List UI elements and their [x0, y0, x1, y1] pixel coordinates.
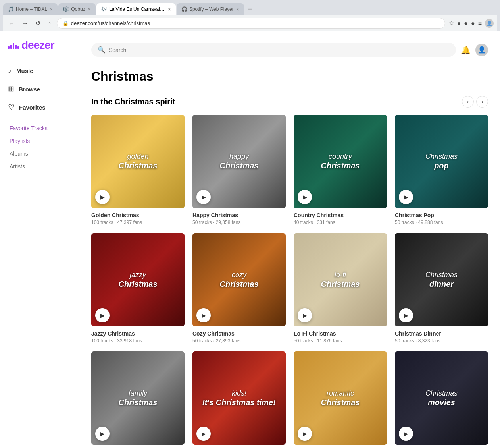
playlist-card-movies[interactable]: Christmas movies ▶ Christmas movies 35 t… [395, 351, 488, 448]
forward-button[interactable]: → [20, 19, 30, 28]
spotify-favicon: 🎧 [181, 6, 187, 12]
playlist-thumb-golden: golden Christmas ▶ [91, 115, 185, 208]
play-button-cozy[interactable]: ▶ [196, 308, 211, 322]
playlist-thumb-movies: Christmas movies ▶ [395, 351, 488, 445]
playlist-thumb-xmas-pop: Christmas pop ▶ [395, 115, 488, 208]
playlist-meta-happy: 50 tracks · 29,858 fans [192, 220, 286, 225]
playlist-card-dinner[interactable]: Christmas dinner ▶ Christmas Dinner 50 t… [395, 233, 488, 344]
playlist-name-jazzy: Jazzy Christmas [91, 330, 185, 337]
tab-bar: 🎵 Home – TIDAL × 🎼 Qobuz × 🎶 La Vida Es … [3, 3, 497, 15]
sidebar-item-music[interactable]: ♪ Music [0, 63, 79, 79]
sidebar-sub-nav: Favorite Tracks Playlists Albums Artists [0, 122, 79, 173]
playlist-card-xmas-pop[interactable]: Christmas pop ▶ Christmas Pop 50 tracks … [395, 115, 488, 225]
tidal-favicon: 🎵 [8, 6, 13, 12]
playlist-thumb-romantic: romantic Christmas ▶ [294, 351, 387, 445]
section-title: In the Christmas spirit [91, 97, 175, 106]
playlist-name-happy: Happy Christmas [192, 212, 286, 218]
home-button[interactable]: ⌂ [46, 19, 54, 28]
sidebar-item-albums[interactable]: Albums [0, 147, 79, 160]
playlist-name-lofi: Lo-Fi Christmas [294, 330, 387, 337]
playlist-meta-country: 40 tracks · 331 fans [294, 220, 387, 225]
playlist-card-golden[interactable]: golden Christmas ▶ Golden Christmas 100 … [91, 115, 185, 225]
tab-qobuz[interactable]: 🎼 Qobuz × [58, 3, 96, 15]
qobuz-tab-title: Qobuz [71, 6, 85, 12]
playlist-card-romantic[interactable]: romantic Christmas ▶ Romantic Christmas … [294, 351, 387, 448]
new-tab-button[interactable]: + [245, 4, 256, 15]
albums-label: Albums [10, 151, 28, 157]
sidebar-item-artists[interactable]: Artists [0, 160, 79, 173]
favorite-tracks-label: Favorite Tracks [10, 125, 48, 131]
tidal-tab-close[interactable]: × [50, 6, 53, 12]
playlist-meta-cozy: 50 tracks · 27,893 fans [192, 338, 286, 344]
profile-icon[interactable]: 👤 [485, 19, 494, 28]
sidebar-item-browse[interactable]: ⊞ Browse [0, 81, 79, 97]
reload-button[interactable]: ↺ [33, 19, 42, 28]
bookmark-icon[interactable]: ☆ [448, 19, 454, 27]
search-input[interactable] [109, 47, 450, 53]
url-bar[interactable]: 🔒 deezer.com/us/channels/christmas [57, 18, 445, 29]
qobuz-favicon: 🎼 [63, 6, 69, 12]
sidebar-item-browse-label: Browse [19, 86, 40, 93]
play-button-country[interactable]: ▶ [298, 190, 312, 204]
lavida-tab-title: La Vida Es Un Carnaval - Celia C... [109, 6, 165, 12]
search-bar[interactable]: 🔍 [91, 43, 456, 57]
playlist-name-xmas-pop: Christmas Pop [395, 212, 488, 218]
playlists-label: Playlists [10, 138, 30, 144]
play-button-movies[interactable]: ▶ [399, 427, 413, 441]
sidebar-item-favorites[interactable]: ♡ Favorites [0, 99, 79, 116]
playlist-card-cozy[interactable]: cozy Christmas ▶ Cozy Christmas 50 track… [192, 233, 286, 344]
sidebar-item-favorite-tracks[interactable]: Favorite Tracks [0, 122, 79, 135]
logo: deezer [0, 39, 79, 61]
section-header: In the Christmas spirit ‹ › [91, 96, 488, 108]
playlist-card-lofi[interactable]: lo-fi Christmas ▶ Lo-Fi Christmas 50 tra… [294, 233, 387, 344]
extension-icon3[interactable]: ● [471, 20, 475, 27]
extension-icon2[interactable]: ● [464, 20, 468, 27]
playlist-meta-lofi: 50 tracks · 11,876 fans [294, 338, 387, 344]
top-bar: 🔍 🔔 👤 [91, 43, 488, 61]
tab-spotify[interactable]: 🎧 Spotify – Web Player × [177, 3, 244, 15]
play-button-romantic[interactable]: ▶ [298, 427, 312, 441]
avatar[interactable]: 👤 [475, 44, 488, 56]
qobuz-tab-close[interactable]: × [88, 6, 91, 12]
browser-chrome: 🎵 Home – TIDAL × 🎼 Qobuz × 🎶 La Vida Es … [0, 0, 500, 31]
deezer-logo-icon [8, 42, 19, 49]
extension-icon4[interactable]: ≡ [478, 20, 482, 27]
playlist-thumb-happy: happy Christmas ▶ [192, 115, 286, 208]
play-button-golden[interactable]: ▶ [95, 190, 110, 204]
next-arrow[interactable]: › [476, 96, 488, 108]
play-button-family[interactable]: ▶ [95, 427, 110, 441]
sidebar: deezer ♪ Music ⊞ Browse ♡ Favorites Favo… [0, 31, 79, 448]
play-button-kids[interactable]: ▶ [196, 427, 211, 441]
play-button-jazzy[interactable]: ▶ [95, 308, 110, 322]
back-button[interactable]: ← [6, 19, 17, 28]
playlist-thumb-cozy: cozy Christmas ▶ [192, 233, 286, 326]
address-bar: ← → ↺ ⌂ 🔒 deezer.com/us/channels/christm… [3, 15, 497, 31]
lavida-tab-close[interactable]: × [168, 6, 171, 12]
playlist-card-jazzy[interactable]: jazzy Christmas ▶ Jazzy Christmas 100 tr… [91, 233, 185, 344]
play-button-dinner[interactable]: ▶ [399, 308, 413, 322]
sidebar-item-playlists[interactable]: Playlists [0, 135, 79, 147]
playlist-card-family[interactable]: family Christmas ▶ Family Christmas 40 t… [91, 351, 185, 448]
sidebar-item-favorites-label: Favorites [19, 104, 46, 111]
address-icons: ☆ ● ● ● ≡ 👤 [448, 19, 494, 28]
url-text: deezer.com/us/channels/christmas [71, 20, 150, 26]
heart-icon: ♡ [8, 103, 14, 112]
playlist-card-kids[interactable]: kids! It's Christmas time! ▶ Kids! It's … [192, 351, 286, 448]
page-title: Christmas [91, 69, 488, 84]
artists-label: Artists [10, 163, 25, 170]
playlist-card-happy[interactable]: happy Christmas ▶ Happy Christmas 50 tra… [192, 115, 286, 225]
carousel-nav: ‹ › [462, 96, 488, 108]
playlist-meta-xmas-pop: 50 tracks · 49,888 fans [395, 220, 488, 225]
playlist-card-country[interactable]: country Christmas ▶ Country Christmas 40… [294, 115, 387, 225]
play-button-happy[interactable]: ▶ [196, 190, 211, 204]
spotify-tab-close[interactable]: × [236, 6, 239, 12]
playlist-thumb-family: family Christmas ▶ [91, 351, 185, 445]
notification-icon[interactable]: 🔔 [461, 45, 471, 55]
play-button-lofi[interactable]: ▶ [298, 308, 312, 322]
playlist-name-cozy: Cozy Christmas [192, 330, 286, 337]
play-button-xmas-pop[interactable]: ▶ [399, 190, 413, 204]
tab-tidal[interactable]: 🎵 Home – TIDAL × [3, 3, 58, 15]
tab-lavida[interactable]: 🎶 La Vida Es Un Carnaval - Celia C... × [96, 3, 176, 15]
extension-icon1[interactable]: ● [457, 20, 461, 27]
prev-arrow[interactable]: ‹ [462, 96, 474, 108]
